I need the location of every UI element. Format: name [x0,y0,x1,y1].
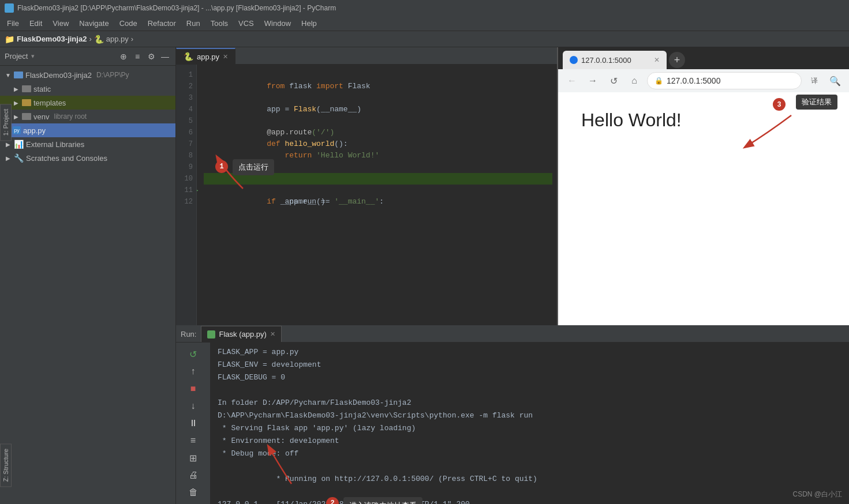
tree-item-scratches[interactable]: ▶ 🔧 Scratches and Consoles [0,151,175,165]
root-path: D:\APP\Py [96,71,129,79]
tree-item-venv[interactable]: ▶ venv library root [0,110,175,123]
menu-tools[interactable]: Tools [206,18,233,29]
line-numbers: 12345 678910 1112 [176,65,197,325]
scroll-up-button[interactable]: ↑ [185,363,201,379]
pin2-button[interactable]: 📌 [185,502,201,504]
code-line-2 [204,81,552,92]
tree-item-templates[interactable]: ▶ templates [0,96,175,110]
run-panel-header: Run: Flask (app.py) ✕ [176,326,849,343]
attribution: CSDN @白小江 [792,490,842,499]
z-structure-tab[interactable]: Z: Structure [0,443,12,487]
back-button[interactable]: ← [564,73,580,89]
address-bar[interactable]: 🔒 127.0.0.1:5000 [647,72,802,89]
root-name: FlaskDemo03-jinja2 [25,71,92,80]
sidebar-locate-icon[interactable]: ⊕ [118,51,129,62]
output-line-6: D:\APP\Pycharm\FlaskDemo03-jinja2\venv\S… [218,409,842,422]
code-line-9: 1 点击运行 [204,161,552,173]
tree-area: ▼ FlaskDemo03-jinja2 D:\APP\Py ▶ static … [0,66,175,504]
sidebar-collapse-icon[interactable]: ≡ [132,51,143,62]
tab-close-icon[interactable]: ✕ [223,53,228,61]
output-line-4 [218,384,842,397]
templates-folder-icon [22,99,31,106]
hello-world-text: Hello World! [581,110,682,130]
scratches-label: Scratches and Consoles [26,154,107,163]
annotation-circle-1: 1 [215,160,228,173]
rerun-button[interactable]: ↺ [185,346,201,362]
tree-item-static[interactable]: ▶ static [0,82,175,96]
annotation-bubble-3: 验证结果 [796,95,837,110]
menu-run[interactable]: Run [182,18,205,29]
output-line-2: FLASK_ENV = development [218,359,842,371]
code-line-5: @app.route('/') [204,115,552,127]
code-line-12 [204,196,552,208]
pause-button[interactable]: ⏸ [185,415,201,431]
tree-item-apppy[interactable]: py app.py [0,123,175,137]
menu-view[interactable]: View [48,18,73,29]
output-line-8: * Environment: development [218,435,842,447]
breadcrumb-end-separator: › [131,35,133,43]
menu-refactor[interactable]: Refactor [143,18,181,29]
output-line-1: FLASK_APP = app.py [218,346,842,359]
menu-edit[interactable]: Edit [25,18,47,29]
stop-button[interactable]: ■ [185,381,201,397]
menu-navigate[interactable]: Navigate [74,18,113,29]
flask-url-link[interactable]: http://127.0.0.1:5000/ [335,475,434,483]
editor-tab-apppy[interactable]: 🐍 app.py ✕ [176,48,235,64]
run-tab-close-icon[interactable]: ✕ [270,330,275,338]
venv-label: venv [33,112,49,121]
print-button[interactable]: 🖨 [185,467,201,483]
run-arrow-icon: ▶ [197,185,198,196]
run-tab-icon [207,330,215,338]
pin-button[interactable]: ≡ [185,432,201,449]
browser-tab[interactable]: 127.0.0.1:5000 ✕ [563,51,667,69]
scroll-down-button[interactable]: ↓ [185,398,201,414]
browser-new-tab-button[interactable]: + [669,52,685,68]
apppy-icon: py [13,126,21,134]
code-line-1: from flask import Flask [204,69,552,81]
tree-item-extlibs[interactable]: ▶ 📊 External Libraries [0,137,175,151]
code-line-6: def hello_world(): [204,127,552,138]
venv-chevron: ▶ [13,114,20,120]
browser-tabs: 127.0.0.1:5000 ✕ + [558,47,849,69]
delete-button[interactable]: 🗑 [185,484,201,501]
run-tab-flask[interactable]: Flask (app.py) ✕ [201,326,281,342]
project-tab[interactable]: 1: Project [0,104,12,141]
menu-file[interactable]: File [2,18,24,29]
app-icon [5,3,14,13]
translate-button[interactable]: 译 [806,73,822,89]
zoom-button[interactable]: 🔍 [827,73,843,89]
code-area[interactable]: from flask import Flask app = Flask(__na… [197,65,557,325]
scratches-chevron: ▶ [5,155,12,161]
browser-tab-close-icon[interactable]: ✕ [654,56,660,64]
run-output: FLASK_APP = app.py FLASK_ENV = developme… [211,343,849,504]
breadcrumb-file[interactable]: app.py [106,35,129,43]
editor-pane: 🐍 app.py ✕ 12345 678910 1112 [176,47,557,325]
extlibs-chevron: ▶ [5,141,12,148]
align-button[interactable]: ⊞ [185,450,201,466]
menu-help[interactable]: Help [297,18,321,29]
tree-root[interactable]: ▼ FlaskDemo03-jinja2 D:\APP\Py [0,68,175,82]
run-panel: Run: Flask (app.py) ✕ ↺ ↑ ■ ↓ ⏸ ≡ ⊞ 🖨 [176,325,849,504]
output-line-3: FLASK_DEBUG = 0 [218,371,842,384]
root-chevron: ▼ [5,72,12,78]
home-button[interactable]: ⌂ [626,73,642,89]
sidebar-icons: ⊕ ≡ ⚙ — [118,51,171,62]
menu-code[interactable]: Code [115,18,142,29]
run-label: Run: [181,330,196,338]
forward-button[interactable]: → [585,73,601,89]
sidebar-hide-icon[interactable]: — [159,51,171,62]
browser-content: Hello World! 3 验证结果 [558,92,849,325]
menu-window[interactable]: Window [260,18,296,29]
browser-nav: ← → ↺ ⌂ 🔒 127.0.0.1:5000 译 🔍 [558,69,849,92]
editor-content: 12345 678910 1112 from flask import Flas… [176,65,557,325]
menu-vcs[interactable]: VCS [234,18,259,29]
annotation-bubble-2: 进入该路由地址查看 [343,497,422,504]
title-bar: FlaskDemo03-jinja2 [D:\APP\Pycharm\Flask… [0,0,849,16]
apppy-label: app.py [23,126,46,135]
breadcrumb-project[interactable]: FlaskDemo03-jinja2 [17,35,87,43]
editor-browser: 🐍 app.py ✕ 12345 678910 1112 [176,47,849,325]
sidebar-settings-icon[interactable]: ⚙ [145,51,157,62]
reload-button[interactable]: ↺ [605,73,622,89]
scratches-icon: 🔧 [14,153,24,163]
run-toolbar: ↺ ↑ ■ ↓ ⏸ ≡ ⊞ 🖨 🗑 📌 [176,343,211,504]
